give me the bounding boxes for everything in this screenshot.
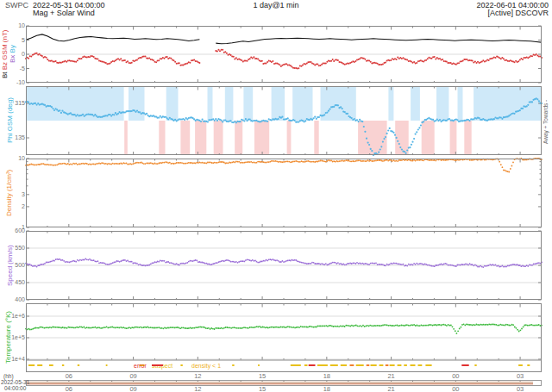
ytick-tmp-1e+6: 1e+6	[2, 313, 25, 320]
ytick-mag-10: 10	[2, 22, 25, 29]
xtick-row2-03: 03	[509, 386, 531, 392]
xtick-row1-06: 06	[58, 373, 80, 380]
legend-error: error	[134, 363, 147, 369]
xtick-row1-00: 00	[444, 373, 467, 380]
xtick-row2-15: 15	[251, 386, 273, 392]
ytick-den-2: 2	[2, 203, 25, 210]
series-Speed	[25, 258, 543, 269]
ytick-phi-135: 135	[2, 134, 25, 141]
xtick-row1-15: 15	[251, 373, 273, 380]
xtick-row2-06: 06	[58, 386, 80, 392]
chart-panel-den	[26, 159, 542, 227]
series-Bz	[25, 49, 543, 70]
xtick-row1-12: 12	[186, 373, 209, 380]
away-towards-label: Away + Towards -	[542, 84, 549, 159]
ytick-tmp-1e+4: 1e+4	[2, 356, 25, 363]
xtick-row2-21: 21	[380, 386, 403, 392]
xtick-row2-09: 09	[122, 386, 145, 392]
xtick-row2-12: 12	[186, 386, 209, 392]
ytick-spd-450: 450	[2, 279, 25, 286]
y-axis-label-phi: Phi GSM (deg)	[6, 86, 15, 155]
ytick-mag--5: -5	[2, 65, 25, 72]
ytick-spd-600: 600	[2, 227, 25, 234]
xtick-row2-18: 18	[316, 386, 338, 392]
plot-subtitle: Mag + Solar Wind	[33, 9, 95, 17]
chart-panel-mag	[26, 26, 542, 83]
ytick-den-10: 10	[2, 155, 25, 162]
ytick-mag-0: 0	[2, 51, 25, 58]
ytick-mag-5: 5	[2, 37, 25, 44]
xtick-row1-21: 21	[380, 373, 403, 380]
resolution-label: 1 day@1 min	[253, 2, 298, 9]
legend-density-lt1: density < 1	[191, 363, 221, 369]
footer-start-clock: 04:00:00	[4, 385, 26, 391]
chart-panel-spd	[26, 231, 542, 300]
ytick-den-3: 3	[2, 191, 25, 198]
ytick-spd-400: 400	[2, 296, 25, 303]
chart-panel-tmp	[26, 303, 542, 372]
xtick-row1-18: 18	[316, 373, 338, 380]
ytick-tmp-1e+5: 1e+5	[2, 334, 25, 341]
ytick-mag--10: -10	[2, 79, 25, 86]
xtick-row1-09: 09	[122, 373, 145, 380]
series-Bt	[26, 34, 542, 44]
ytick-spd-500: 500	[2, 262, 25, 269]
xtick-row1-03: 03	[509, 373, 531, 380]
chart-panel-phi	[26, 86, 542, 155]
status-label: [Active] DSCOVR	[487, 9, 549, 17]
hh-label: (hh)	[3, 373, 14, 379]
xtick-row2-00: 00	[444, 386, 467, 392]
source-label: SWPC	[5, 2, 28, 9]
footer-start-date: 2022-05-31	[1, 379, 29, 385]
legend-suspect-strike	[152, 364, 163, 366]
timeline-strip	[26, 380, 542, 386]
swpc-solar-wind-plot: SWPC 2022-05-31 04:00:00 Mag + Solar Win…	[0, 0, 552, 392]
ytick-spd-550: 550	[2, 245, 25, 252]
series-Temperature	[25, 323, 543, 333]
ytick-phi-315: 315	[2, 100, 25, 107]
